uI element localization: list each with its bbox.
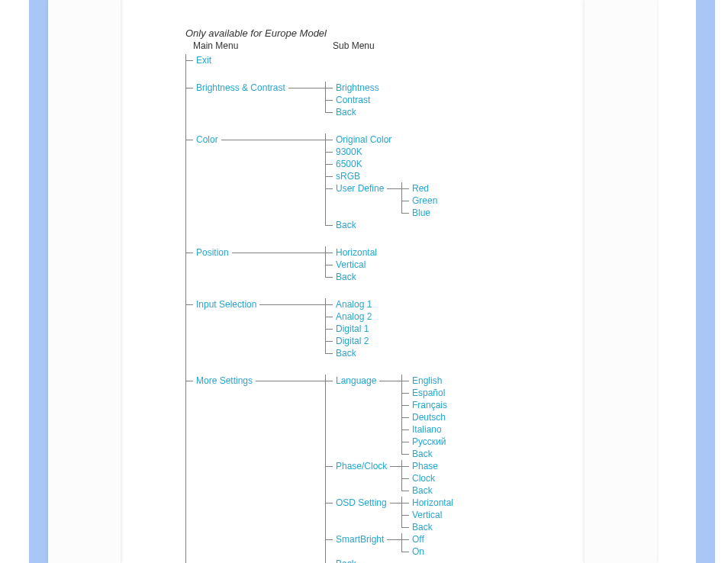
menu-label-osd-setting: OSD Setting [336,497,387,509]
connector [387,188,401,189]
menu-item-on: On [401,545,453,558]
menu-item-green: Green [401,195,453,207]
decor-strip-left [29,0,48,563]
menu-label-deutsch: Deutsch [412,411,446,423]
menu-label-espa-ol: Español [412,387,445,399]
menu-label-horizontal: Horizontal [412,497,453,509]
decor-page-left [48,0,121,563]
menu-label-srgb: sRGB [336,170,360,182]
menu-item-user-define: User DefineRedGreenBlue [325,182,453,219]
menu-label-italiano: Italiano [412,423,442,436]
column-headers: Main Menu Sub Menu [185,40,453,51]
menu-label-vertical: Vertical [412,509,442,521]
col-header-sub: Sub Menu [333,40,375,51]
menu-item-back: Back [401,484,453,497]
menu-item-analog-2: Analog 2 [325,310,453,323]
menu-label-back: Back [412,521,433,533]
menu-item-smartbright: SmartBrightOffOn [325,533,453,558]
menu-label-contrast: Contrast [336,94,370,106]
decor-page-right [584,0,657,563]
menu-item-back: Back [325,558,453,563]
menu-item-off: Off [401,533,453,545]
menu-item-brightness-and-contrast: Brightness & ContrastBrightnessContrastB… [185,82,453,134]
menu-item-phase-clock: Phase/ClockPhaseClockBack [325,460,453,497]
menu-label-back: Back [336,219,356,231]
connector [232,253,325,253]
menu-item-back: Back [325,106,453,118]
menu-item-back: Back [325,219,453,231]
connector [221,140,325,140]
menu-label-fran-ais: Français [412,399,447,411]
menu-label-language: Language [336,375,376,387]
menu-label-position: Position [196,246,229,259]
menu-item-vertical: Vertical [401,509,453,521]
menu-label-more-settings: More Settings [196,375,253,387]
menu-label-9300k: 9300K [336,146,362,158]
menu-item-digital-2: Digital 2 [325,335,453,347]
menu-item-original-color: Original Color [325,134,453,146]
menu-item-back: Back [325,347,453,359]
osd-menu-diagram: Only available for Europe Model Main Men… [185,27,453,563]
connector [259,304,325,305]
menu-label-horizontal: Horizontal [336,246,377,259]
menu-item-position: PositionHorizontalVerticalBack [185,246,453,298]
menu-label-brightness: Brightness [336,82,379,94]
menu-item-back: Back [325,271,453,283]
menu-item-english: English [401,375,453,387]
menu-item-6500k: 6500K [325,158,453,170]
connector [288,88,325,88]
connector [256,381,325,381]
menu-label-analog-1: Analog 1 [336,298,372,310]
menu-label-input-selection: Input Selection [196,298,256,310]
menu-label-: Русский [412,436,446,448]
menu-item-9300k: 9300K [325,146,453,158]
menu-label-on: On [412,545,424,558]
menu-item-input-selection: Input SelectionAnalog 1Analog 2Digital 1… [185,298,453,375]
menu-label-original-color: Original Color [336,134,391,146]
menu-label-red: Red [412,182,429,195]
menu-item-osd-setting: OSD SettingHorizontalVerticalBack [325,497,453,533]
menu-item-italiano: Italiano [401,423,453,436]
menu-label-digital-2: Digital 2 [336,335,369,347]
menu-item-clock: Clock [401,472,453,484]
menu-item-color: ColorOriginal Color9300K6500KsRGBUser De… [185,134,453,246]
menu-item-fran-ais: Français [401,399,453,411]
menu-item-srgb: sRGB [325,170,453,182]
menu-label-analog-2: Analog 2 [336,310,372,323]
menu-item-back: Back [401,448,453,460]
menu-label-back: Back [412,484,433,497]
menu-item-brightness: Brightness [325,82,453,94]
col-header-main: Main Menu [193,40,238,51]
menu-item-more-settings: More SettingsLanguageEnglishEspañolFranç… [185,375,453,563]
menu-item-contrast: Contrast [325,94,453,106]
menu-label-phase-clock: Phase/Clock [336,460,387,472]
menu-label-back: Back [336,558,356,563]
menu-label-digital-1: Digital 1 [336,323,369,335]
europe-note: Only available for Europe Model [185,27,453,39]
menu-label-exit: Exit [196,54,211,66]
menu-label-phase: Phase [412,460,438,472]
menu-item-analog-1: Analog 1 [325,298,453,310]
menu-item-blue: Blue [401,207,453,219]
decor-strip-right [696,0,715,563]
menu-label-vertical: Vertical [336,259,366,271]
menu-label-off: Off [412,533,424,545]
menu-label-back: Back [336,106,356,118]
menu-item-deutsch: Deutsch [401,411,453,423]
connector [390,503,401,503]
menu-item-espa-ol: Español [401,387,453,399]
menu-label-brightness-and-contrast: Brightness & Contrast [196,82,285,94]
menu-label-color: Color [196,134,218,146]
menu-label-6500k: 6500K [336,158,362,170]
menu-label-clock: Clock [412,472,435,484]
menu-item-phase: Phase [401,460,453,472]
menu-label-back: Back [412,448,433,460]
menu-item-exit: Exit [185,54,453,82]
connector [387,539,401,540]
menu-item-: Русский [401,436,453,448]
menu-label-green: Green [412,195,437,207]
menu-item-digital-1: Digital 1 [325,323,453,335]
menu-label-back: Back [336,347,356,359]
menu-label-blue: Blue [412,207,430,219]
menu-item-back: Back [401,521,453,533]
